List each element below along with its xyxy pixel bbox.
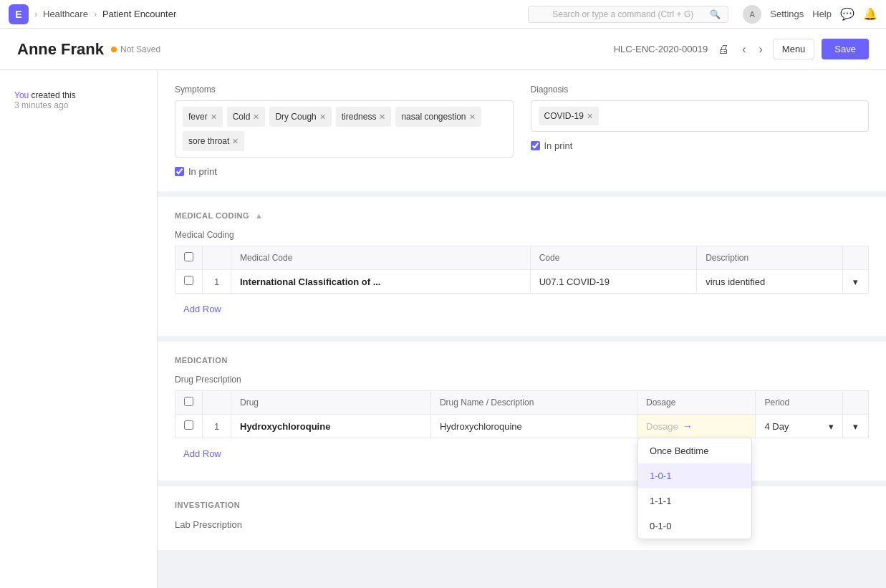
- status-badge: Not Saved: [111, 44, 160, 54]
- medication-table-label: Drug Prescription: [175, 375, 869, 385]
- chat-icon[interactable]: 💬: [840, 7, 854, 21]
- lab-prescription-label: Lab Prescription: [175, 519, 869, 530]
- status-text: Not Saved: [120, 44, 160, 54]
- mc-col-description: Description: [697, 246, 843, 270]
- medication-header: MEDICATION: [175, 356, 869, 365]
- nav-sep-2: ›: [94, 9, 97, 19]
- menu-button[interactable]: Menu: [773, 39, 815, 59]
- help-button[interactable]: Help: [812, 9, 832, 19]
- med-row-dosage[interactable]: Dosage → Once Bedtime 1-0-1 1-1-1 0-1-0: [637, 415, 756, 438]
- dosage-input-area: Dosage →: [646, 420, 746, 432]
- content: Symptoms fever ✕ Cold ✕ Dry Cough ✕: [158, 70, 886, 588]
- sidebar-time: 3 minutes ago: [14, 100, 68, 110]
- tag-sore-throat-remove[interactable]: ✕: [232, 137, 239, 146]
- mc-col-medical-code: Medical Code: [231, 246, 531, 270]
- diagnosis-in-print[interactable]: In print: [531, 140, 870, 151]
- dropdown-item-1-1-1[interactable]: 1-1-1: [638, 488, 751, 514]
- tag-dry-cough: Dry Cough ✕: [269, 107, 331, 127]
- medication-table: Drug Drug Name / Description Dosage Peri…: [175, 390, 869, 438]
- tag-tiredness-remove[interactable]: ✕: [379, 112, 385, 122]
- mc-row-1-checkbox[interactable]: [184, 276, 193, 285]
- med-col-period: Period: [756, 391, 843, 415]
- symptoms-tag-container[interactable]: fever ✕ Cold ✕ Dry Cough ✕ tiredness: [175, 100, 514, 158]
- nav-right: A Settings Help 💬 🔔: [743, 5, 877, 24]
- tag-nasal-remove[interactable]: ✕: [469, 112, 476, 122]
- dosage-arrow-icon[interactable]: →: [683, 420, 693, 432]
- next-icon[interactable]: ›: [756, 40, 766, 59]
- mc-add-row-container: Add Row: [175, 294, 869, 322]
- app-icon: E: [9, 4, 29, 24]
- dropdown-item-once-bedtime[interactable]: Once Bedtime: [638, 438, 751, 463]
- dropdown-item-1-0-1[interactable]: 1-0-1: [638, 463, 751, 488]
- med-add-row-button[interactable]: Add Row: [175, 444, 230, 463]
- symptoms-in-print-checkbox[interactable]: [175, 167, 184, 176]
- diagnosis-label: Diagnosis: [531, 85, 870, 95]
- period-chevron-icon[interactable]: ▾: [829, 421, 834, 432]
- settings-button[interactable]: Settings: [770, 9, 804, 19]
- mc-select-all[interactable]: [184, 252, 193, 261]
- dosage-dropdown[interactable]: Once Bedtime 1-0-1 1-1-1 0-1-0: [637, 438, 752, 539]
- tag-covid19-remove[interactable]: ✕: [587, 112, 593, 121]
- symptoms-in-print[interactable]: In print: [175, 166, 514, 177]
- save-button[interactable]: Save: [822, 39, 869, 59]
- med-col-drug-name: Drug Name / Description: [430, 391, 637, 415]
- status-dot: [111, 47, 117, 52]
- medical-coding-header: MEDICAL CODING ▲: [175, 211, 869, 220]
- medical-coding-header-row: Medical Code Code Description: [175, 246, 869, 270]
- tag-cold: Cold ✕: [227, 107, 266, 127]
- patient-name: Anne Frank: [17, 40, 104, 59]
- diagnosis-panel: Diagnosis COVID-19 ✕ In print: [531, 85, 870, 177]
- tag-fever: fever ✕: [183, 107, 223, 127]
- med-col-expand: [843, 391, 869, 415]
- medical-coding-label: MEDICAL CODING: [175, 211, 249, 220]
- tag-fever-remove[interactable]: ✕: [211, 112, 217, 122]
- dropdown-item-0-1-0[interactable]: 0-1-0: [638, 514, 751, 539]
- investigation-header: INVESTIGATION: [175, 501, 869, 509]
- two-col-grid: Symptoms fever ✕ Cold ✕ Dry Cough ✕: [175, 85, 869, 177]
- prev-icon[interactable]: ‹: [739, 40, 748, 59]
- page-header: Anne Frank Not Saved HLC-ENC-2020-00019 …: [0, 29, 886, 70]
- dosage-placeholder: Dosage: [646, 421, 678, 432]
- med-col-num: [203, 391, 231, 415]
- medical-coding-section: MEDICAL CODING ▲ Medical Coding Medical …: [158, 197, 886, 336]
- tag-nasal-congestion: nasal congestion ✕: [395, 107, 481, 127]
- collapse-icon[interactable]: ▲: [255, 211, 263, 220]
- main-layout: You created this 3 minutes ago Symptoms …: [0, 70, 886, 588]
- nav-sep-1: ›: [34, 9, 37, 19]
- med-row-expand[interactable]: ▾: [843, 415, 869, 438]
- top-nav: E › Healthcare › Patient Encounter Searc…: [0, 0, 886, 29]
- diagnosis-tag-container[interactable]: COVID-19 ✕: [531, 100, 870, 132]
- nav-encounter[interactable]: Patient Encounter: [102, 9, 176, 19]
- nav-healthcare[interactable]: Healthcare: [43, 9, 88, 19]
- symptoms-in-print-label: In print: [188, 166, 217, 177]
- med-row-num: 1: [203, 415, 231, 438]
- print-icon[interactable]: 🖨: [715, 40, 732, 59]
- search-placeholder: Search or type a command (Ctrl + G): [552, 9, 693, 19]
- medication-label: MEDICATION: [175, 356, 228, 365]
- mc-col-expand: [843, 246, 869, 270]
- mc-row-num: 1: [203, 270, 231, 294]
- mc-col-code: Code: [530, 246, 696, 270]
- med-row-1-checkbox[interactable]: [184, 420, 193, 430]
- med-col-dosage: Dosage: [637, 391, 756, 415]
- tag-dry-cough-remove[interactable]: ✕: [319, 112, 326, 122]
- mc-row-expand[interactable]: ▾: [843, 270, 869, 294]
- mc-row-code: U07.1 COVID-19: [530, 270, 696, 294]
- medical-coding-table: Medical Code Code Description 1 Internat…: [175, 246, 869, 294]
- med-row-drug: Hydroxychloroquine: [231, 415, 431, 438]
- search-bar[interactable]: Search or type a command (Ctrl + G) 🔍: [528, 6, 728, 23]
- med-select-all[interactable]: [184, 397, 193, 406]
- med-add-row-container: Add Row: [175, 438, 869, 466]
- sidebar-created-by: You: [14, 90, 29, 100]
- med-col-checkbox: [175, 391, 203, 415]
- mc-row-medical-code: International Classification of ...: [231, 270, 531, 294]
- tag-covid19: COVID-19 ✕: [539, 107, 599, 125]
- mc-add-row-button[interactable]: Add Row: [175, 299, 230, 319]
- mc-row-description: virus identified: [697, 270, 843, 294]
- diagnosis-in-print-label: In print: [544, 140, 573, 151]
- diagnosis-in-print-checkbox[interactable]: [531, 141, 540, 150]
- tag-cold-remove[interactable]: ✕: [253, 112, 259, 122]
- bell-icon[interactable]: 🔔: [863, 7, 877, 21]
- mc-row-checkbox: [175, 270, 203, 294]
- user-avatar: A: [743, 5, 761, 24]
